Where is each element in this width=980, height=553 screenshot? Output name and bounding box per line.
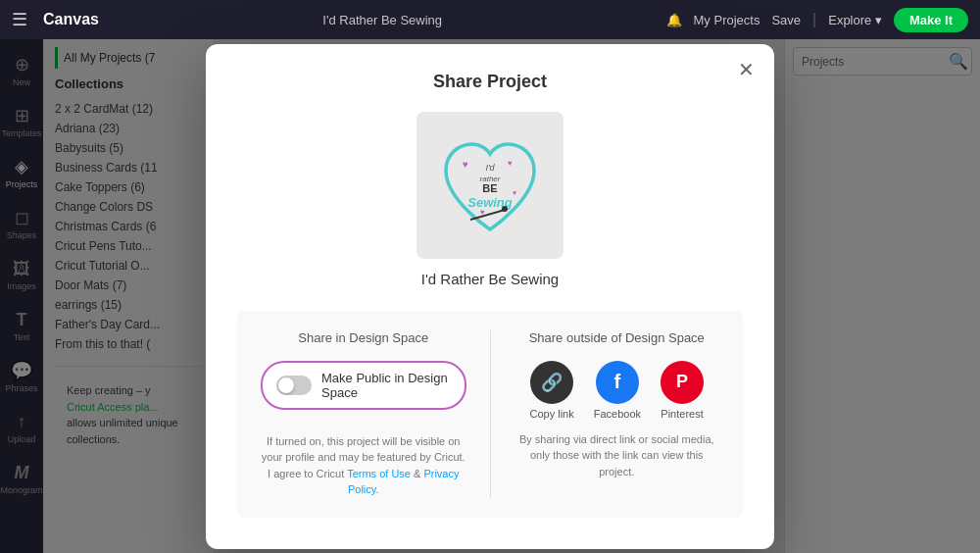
share-design-space-section: Share in Design Space Make Public in Des… [261,330,466,498]
make-public-toggle-row[interactable]: Make Public in Design Space [261,361,466,410]
share-design-space-title: Share in Design Space [261,330,466,345]
svg-text:♥: ♥ [508,159,513,168]
notification-button[interactable]: 🔔 [666,13,682,27]
share-project-modal: ✕ Share Project ♥ ♥ ♥ ♥ [206,44,774,549]
pinterest-item[interactable]: P Pinterest [661,361,704,420]
copy-link-label: Copy link [529,408,573,420]
top-nav: ☰ Canvas I'd Rather Be Sewing 🔔 My Proje… [0,0,980,39]
share-design-space-note: If turned on, this project will be visib… [261,433,466,498]
modal-title: Share Project [237,72,743,92]
heart-svg: ♥ ♥ ♥ ♥ I'd rather BE Sewing [421,117,559,254]
project-image: ♥ ♥ ♥ ♥ I'd rather BE Sewing [416,112,564,259]
facebook-item[interactable]: f Facebook [594,361,641,420]
pinterest-icon[interactable]: P [661,361,704,404]
svg-text:BE: BE [482,182,497,194]
copy-link-icon[interactable]: 🔗 [530,361,573,404]
toggle-knob [278,377,294,393]
brand-logo: Canvas [43,11,99,28]
svg-point-10 [502,206,508,212]
share-outside-section: Share outside of Design Space 🔗 Copy lin… [514,330,720,498]
nav-right-actions: 🔔 My Projects Save | Explore ▾ Make It [666,8,968,32]
facebook-label: Facebook [594,408,641,420]
pinterest-label: Pinterest [661,408,703,420]
main-layout: ⊕ New ⊞ Templates ◈ Projects ◻ Shapes 🖼 … [0,39,980,553]
share-sections: Share in Design Space Make Public in Des… [237,311,743,518]
external-share-icons: 🔗 Copy link f Facebook P Pinterest [514,361,720,420]
project-title: I'd Rather Be Sewing [115,13,651,27]
project-name: I'd Rather Be Sewing [421,271,559,287]
modal-overlay: ✕ Share Project ♥ ♥ ♥ ♥ [0,39,980,553]
terms-of-use-link[interactable]: Terms of Use [347,468,411,479]
svg-text:♥: ♥ [513,189,516,196]
make-it-button[interactable]: Make It [894,8,968,32]
modal-close-button[interactable]: ✕ [738,60,755,79]
share-outside-title: Share outside of Design Space [514,330,720,345]
svg-text:♥: ♥ [463,159,468,170]
external-share-note: By sharing via direct link or social med… [514,431,720,480]
facebook-icon[interactable]: f [596,361,639,404]
explore-button[interactable]: Explore ▾ [828,13,882,27]
save-button[interactable]: Save [771,13,801,27]
svg-text:I'd: I'd [485,163,495,173]
make-public-toggle[interactable] [276,376,312,395]
copy-link-item[interactable]: 🔗 Copy link [529,361,573,420]
share-divider [490,330,491,498]
hamburger-icon[interactable]: ☰ [12,9,27,30]
toggle-label: Make Public in Design Space [321,371,451,400]
my-projects-button[interactable]: My Projects [694,13,760,27]
project-preview: ♥ ♥ ♥ ♥ I'd rather BE Sewing I'd Rat [237,112,743,287]
